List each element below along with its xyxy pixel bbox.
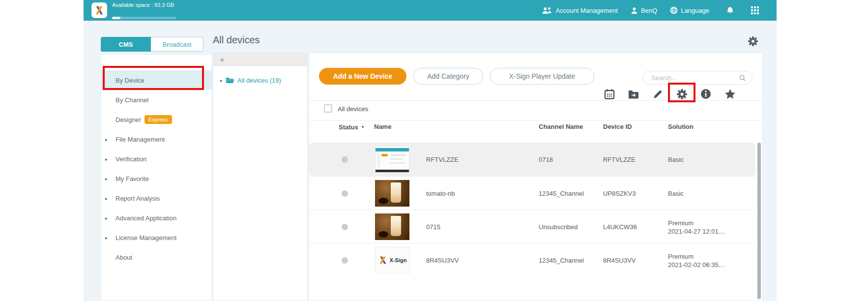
tree-header: «	[213, 53, 307, 66]
status-dot-icon	[342, 224, 348, 230]
expand-arrow-icon: ▸	[105, 137, 108, 142]
top-nav: Account Management BenQ Language	[529, 0, 759, 21]
device-id: RFTVLZZE	[603, 156, 636, 163]
sidebar-item-my-favorite[interactable]: ▸ My Favorite	[101, 169, 212, 188]
solution-date: 2021-02-02 06:35…	[668, 261, 725, 269]
info-button[interactable]	[699, 88, 712, 100]
expand-arrow-icon: ▸	[105, 156, 108, 162]
sidebar-item-label: Advanced Application	[116, 214, 176, 222]
vertical-scrollbar[interactable]	[757, 143, 761, 299]
tree-item-label: All devices (19)	[237, 77, 281, 84]
schedule-button[interactable]	[603, 88, 616, 100]
sidebar-item-label: Designer	[116, 116, 141, 123]
add-category-button[interactable]: Add Category	[413, 68, 483, 85]
thumb-detail	[390, 154, 406, 156]
grid-icon	[751, 6, 759, 14]
sidebar-item-label: License Management	[116, 234, 176, 241]
channel-name: 12345_Channel	[539, 257, 584, 264]
search-input[interactable]	[651, 74, 739, 82]
column-header-status[interactable]: Status	[339, 123, 359, 131]
sidebar-item-label: By Device	[116, 77, 145, 84]
divider	[309, 120, 762, 120]
notifications-button[interactable]	[726, 6, 734, 15]
apps-grid-button[interactable]	[751, 6, 759, 14]
xsign-x-icon	[94, 5, 105, 16]
device-list-panel: Add a New Device Add Category X-Sign Pla…	[309, 53, 763, 301]
express-badge: Express	[145, 115, 172, 124]
select-all-checkbox[interactable]	[324, 104, 332, 113]
table-row[interactable]: 0715 Unsubscribed L4UKCW36 Premium 2021-…	[309, 210, 755, 243]
user-menu[interactable]: BenQ	[631, 7, 657, 14]
thumb-detail	[376, 170, 409, 172]
column-header-name: Name	[374, 123, 391, 130]
language-label: Language	[681, 7, 709, 14]
table-row[interactable]: tomato-nb 12345_Channel UP8SZKV3 Basic	[309, 176, 755, 210]
available-space-progress-fill	[112, 17, 120, 19]
solution-date: 2021-04-27 12:01…	[668, 228, 725, 235]
move-to-category-button[interactable]	[627, 88, 640, 100]
account-management-link[interactable]: Account Management	[542, 7, 617, 14]
sidebar-item-report-analysis[interactable]: ▸ Report Analysis	[101, 188, 212, 208]
info-icon	[700, 88, 712, 100]
solution-tier: Premium	[668, 219, 694, 227]
xsign-logo[interactable]	[91, 2, 107, 18]
device-thumbnail	[375, 213, 409, 240]
search-icon[interactable]	[739, 74, 746, 82]
device-tree-panel: « ▸ All devices (19)	[213, 53, 308, 301]
device-settings-button[interactable]	[675, 88, 688, 100]
device-id: UP8SZKV3	[603, 190, 636, 197]
sidebar-item-about[interactable]: About	[101, 247, 212, 267]
solution-tier: Premium	[668, 253, 694, 260]
solution: Premium 2021-02-02 06:35…	[668, 252, 725, 269]
expand-arrow-icon: ▸	[220, 78, 223, 83]
device-id: L4UKCW36	[603, 223, 637, 231]
player-update-button[interactable]: X-Sign Player Update	[490, 68, 594, 85]
device-name: 8R4SU3VV	[426, 257, 459, 264]
thumb-detail	[378, 198, 388, 204]
tab-broadcast[interactable]: Broadcast	[151, 37, 203, 52]
sidebar-item-label: My Favorite	[116, 175, 149, 182]
table-row[interactable]: RFTVLZZE 0718 RFTVLZZE Basic	[309, 143, 755, 176]
tab-cms[interactable]: CMS	[101, 37, 151, 52]
solution: Basic	[668, 190, 684, 197]
table-row[interactable]: X-Sign 8R4SU3VV 12345_Channel 8R4SU3VV P…	[309, 243, 755, 276]
sidebar-item-label: By Channel	[116, 96, 148, 104]
page-settings-button[interactable]	[747, 35, 760, 48]
sidebar-item-designer[interactable]: Designer Express	[101, 110, 212, 129]
sidebar-item-advanced-application[interactable]: ▸ Advanced Application	[101, 208, 212, 228]
thumb-detail	[378, 231, 388, 238]
thumb-detail	[381, 154, 388, 156]
expand-arrow-icon: ▸	[105, 196, 108, 201]
device-name: tomato-nb	[426, 190, 455, 197]
device-name: 0715	[426, 223, 440, 231]
expand-arrow-icon: ▸	[105, 215, 108, 221]
available-space-progressbar	[112, 17, 176, 19]
tree-item-all-devices[interactable]: ▸ All devices (19)	[213, 77, 307, 84]
edit-button[interactable]	[651, 88, 664, 100]
thumb-detail	[377, 153, 380, 167]
status-sort-caret-icon[interactable]: ▼	[361, 125, 365, 129]
xsign-x-icon	[378, 255, 388, 265]
sidebar-item-by-device[interactable]: By Device	[101, 70, 212, 90]
sidebar-item-file-management[interactable]: ▸ File Management	[101, 129, 212, 149]
sidebar-item-license-management[interactable]: ▸ License Management	[101, 228, 212, 247]
user-name-label: BenQ	[641, 7, 657, 14]
sidebar-item-by-channel[interactable]: By Channel	[101, 90, 212, 110]
select-all-label: All devices	[338, 105, 368, 113]
device-thumbnail	[375, 180, 409, 207]
favorite-button[interactable]	[723, 88, 736, 100]
person-icon	[631, 7, 638, 14]
device-table-body: RFTVLZZE 0718 RFTVLZZE Basic tomato-nb 1…	[309, 143, 762, 276]
column-header-device-id: Device ID	[603, 123, 632, 130]
page-title: All devices	[213, 34, 260, 46]
table-header-row: Status ▼ Name Channel Name Device ID Sol…	[309, 123, 762, 143]
language-menu[interactable]: Language	[670, 6, 709, 14]
sidebar-item-label: Verification	[116, 155, 147, 163]
status-dot-icon	[342, 156, 348, 163]
add-new-device-button[interactable]: Add a New Device	[319, 68, 406, 85]
mode-tabs: CMS Broadcast	[101, 37, 203, 52]
people-icon	[542, 7, 552, 14]
collapse-panel-button[interactable]: «	[220, 56, 224, 63]
channel-name: 12345_Channel	[539, 190, 584, 197]
sidebar-item-verification[interactable]: ▸ Verification	[101, 149, 212, 169]
